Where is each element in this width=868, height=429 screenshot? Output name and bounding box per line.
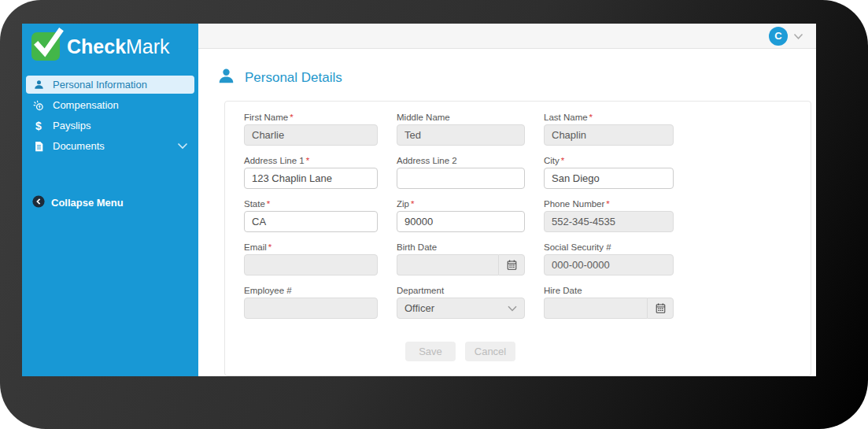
last-name-input xyxy=(544,124,674,146)
app-window: CheckMark Personal Information Compensat… xyxy=(22,24,816,376)
middle-name-field-group: Middle Name xyxy=(397,113,525,146)
last-name-field-group: Last Name* xyxy=(544,113,674,146)
sidebar-item-label: Documents xyxy=(53,140,105,152)
middle-name-label: Middle Name xyxy=(397,113,525,122)
brand-light: Mark xyxy=(126,35,170,57)
cancel-button[interactable]: Cancel xyxy=(465,342,515,361)
avatar-chevron-down-icon[interactable] xyxy=(793,29,803,43)
department-field-group: Department Officer xyxy=(397,286,525,319)
hire-date-input xyxy=(544,298,647,319)
email-input xyxy=(244,254,378,276)
required-asterisk: * xyxy=(290,113,293,122)
city-field-group: City* xyxy=(544,156,674,189)
person-icon xyxy=(32,80,45,90)
checkmark-logo-icon xyxy=(31,32,60,61)
sidebar-item-personal-information[interactable]: Personal Information xyxy=(26,76,194,94)
employee-number-label: Employee # xyxy=(244,286,378,295)
user-avatar[interactable]: C xyxy=(769,27,788,46)
department-select[interactable]: Officer xyxy=(397,298,525,319)
zip-input[interactable] xyxy=(397,211,525,232)
hire-date-field-group: Hire Date xyxy=(544,286,674,319)
required-asterisk: * xyxy=(561,156,564,165)
collapse-arrow-icon xyxy=(32,195,45,210)
personal-details-card: First Name* Middle Name Last Name* Addre… xyxy=(224,101,811,376)
birth-date-label: Birth Date xyxy=(397,242,525,252)
email-field-group: Email* xyxy=(244,242,378,276)
top-bar: C xyxy=(198,24,816,49)
ssn-field-group: Social Security # xyxy=(544,242,674,276)
zip-field-group: Zip* xyxy=(397,199,525,232)
sidebar-item-label: Payslips xyxy=(53,120,90,131)
state-field-group: State* xyxy=(244,199,378,232)
city-input[interactable] xyxy=(544,168,674,189)
collapse-menu-label: Collapse Menu xyxy=(51,197,124,209)
page-content: Personal Details First Name* Middle Name… xyxy=(198,49,816,376)
calendar-icon xyxy=(656,303,666,313)
page-heading: Personal Details xyxy=(218,68,813,88)
department-label: Department xyxy=(397,286,525,295)
state-label: State* xyxy=(244,199,378,209)
main-area: C Personal Details First Name* xyxy=(198,24,816,376)
phone-number-field-group: Phone Number* xyxy=(544,199,674,232)
hire-date-label: Hire Date xyxy=(544,286,674,295)
zip-label: Zip* xyxy=(397,199,525,209)
birth-date-input xyxy=(397,254,498,276)
employee-number-input xyxy=(244,298,378,319)
collapse-menu-button[interactable]: Collapse Menu xyxy=(32,195,124,210)
sidebar-item-compensation[interactable]: Compensation xyxy=(26,96,194,114)
address-line-1-field-group: Address Line 1* xyxy=(244,156,378,189)
page-title: Personal Details xyxy=(245,70,342,86)
middle-name-input xyxy=(397,124,525,146)
address-line-1-label: Address Line 1* xyxy=(244,156,378,165)
sidebar-nav: Personal Information Compensation $ Pays… xyxy=(22,76,198,155)
address-line-1-input[interactable] xyxy=(244,168,378,189)
sidebar: CheckMark Personal Information Compensat… xyxy=(22,24,198,376)
compensation-icon xyxy=(32,100,45,111)
city-label: City* xyxy=(544,156,674,165)
sidebar-item-documents[interactable]: Documents xyxy=(26,137,194,155)
select-chevron-down-icon xyxy=(508,302,517,314)
ssn-input xyxy=(544,254,674,276)
chevron-down-icon[interactable] xyxy=(177,140,188,152)
state-input[interactable] xyxy=(244,211,378,232)
app-logo: CheckMark xyxy=(22,24,198,61)
person-icon xyxy=(218,68,235,88)
phone-number-label: Phone Number* xyxy=(544,199,674,209)
required-asterisk: * xyxy=(268,242,271,252)
document-icon xyxy=(32,141,45,152)
save-button[interactable]: Save xyxy=(405,342,456,361)
last-name-label: Last Name* xyxy=(544,113,674,122)
required-asterisk: * xyxy=(267,199,270,209)
required-asterisk: * xyxy=(411,199,414,209)
personal-details-form: First Name* Middle Name Last Name* Addre… xyxy=(244,113,811,319)
dollar-icon: $ xyxy=(32,120,45,132)
employee-number-field-group: Employee # xyxy=(244,286,378,319)
required-asterisk: * xyxy=(606,199,609,209)
first-name-input xyxy=(244,124,378,146)
birth-date-calendar-button[interactable] xyxy=(498,254,525,276)
required-asterisk: * xyxy=(589,113,593,122)
department-selected-value: Officer xyxy=(404,302,434,314)
required-asterisk: * xyxy=(306,156,309,165)
calendar-icon xyxy=(507,260,517,270)
ssn-label: Social Security # xyxy=(544,242,674,252)
address-line-2-field-group: Address Line 2 xyxy=(397,156,525,189)
first-name-label: First Name* xyxy=(244,113,378,122)
phone-number-input xyxy=(544,211,674,232)
address-line-2-input[interactable] xyxy=(397,168,525,189)
hire-date-calendar-button[interactable] xyxy=(647,298,674,319)
brand-bold: Check xyxy=(67,35,126,57)
first-name-field-group: First Name* xyxy=(244,113,378,146)
address-line-2-label: Address Line 2 xyxy=(397,156,525,165)
sidebar-item-label: Personal Information xyxy=(53,79,147,91)
brand-name: CheckMark xyxy=(67,37,170,57)
sidebar-item-label: Compensation xyxy=(53,99,119,111)
form-actions: Save Cancel xyxy=(405,342,811,361)
sidebar-item-payslips[interactable]: $ Payslips xyxy=(26,116,194,135)
birth-date-field-group: Birth Date xyxy=(397,242,525,276)
email-label: Email* xyxy=(244,242,378,252)
